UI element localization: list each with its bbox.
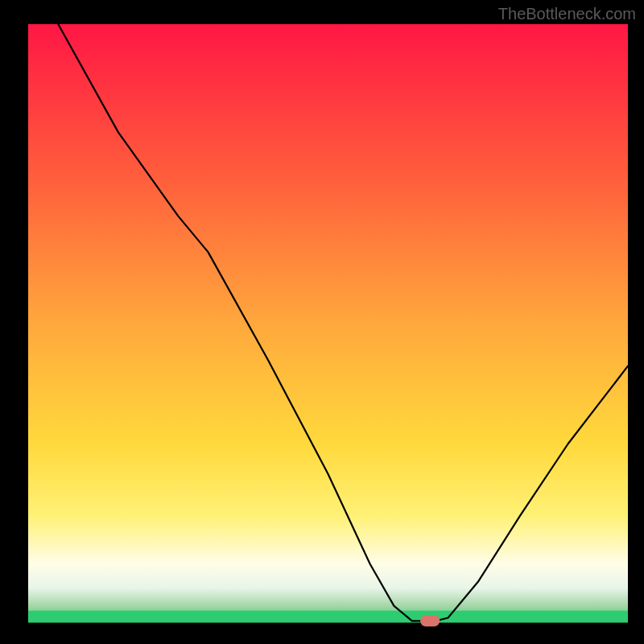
svg-rect-1 (28, 24, 628, 624)
watermark-text: TheBottleneck.com (498, 5, 636, 23)
svg-rect-4 (420, 615, 440, 626)
bottleneck-chart (0, 0, 644, 644)
chart-svg (0, 0, 644, 644)
svg-rect-2 (28, 611, 628, 624)
